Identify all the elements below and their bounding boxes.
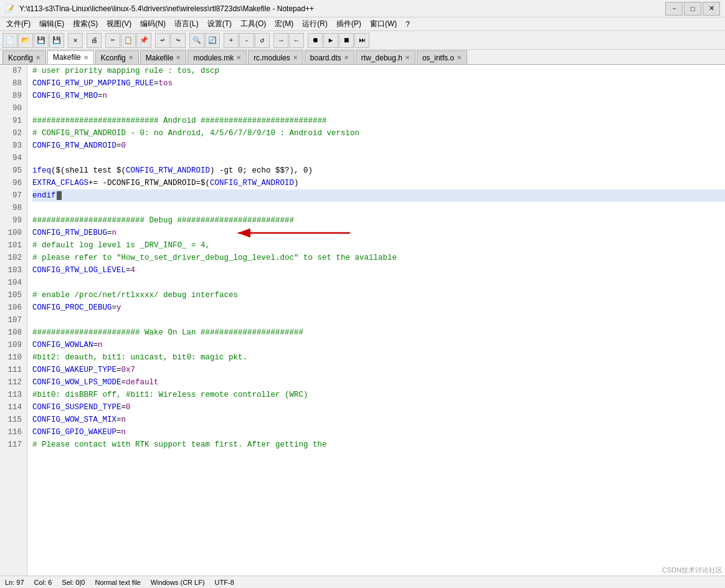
close-button[interactable]: ✕ [703, 2, 720, 16]
tab-close-rc-modules[interactable]: ✕ [293, 54, 298, 61]
tab-close-os-intfs[interactable]: ✕ [457, 54, 462, 61]
menu-window[interactable]: 窗口(W) [366, 17, 400, 31]
code-line-104 [32, 277, 725, 289]
tab-close-makefile2[interactable]: ✕ [176, 54, 181, 61]
menu-file[interactable]: 文件(F) [2, 17, 34, 31]
tb-find[interactable]: 🔍 [189, 33, 204, 48]
code-line-103: CONFIG_RTW_LOG_LEVEL = 4 [32, 264, 725, 277]
tb-replace[interactable]: 🔄 [205, 33, 220, 48]
tb-print[interactable]: 🖨 [87, 33, 102, 48]
code-content[interactable]: # user priority mapping rule : tos, dscp… [27, 65, 725, 576]
tab-makefile1[interactable]: Makefile ✕ [47, 50, 94, 64]
window-title: Y:\t113-s3\Tina-Linux\lichee\linux-5.4\d… [19, 4, 314, 13]
tb-cut[interactable]: ✂ [105, 33, 120, 48]
app-icon: 📝 [5, 4, 14, 13]
tab-close-modules-mk[interactable]: ✕ [236, 54, 241, 61]
editor-container[interactable]: 87 88 89 90 91 92 93 94 95 96 97 98 99 1… [0, 65, 725, 576]
tab-modules-mk[interactable]: modules.mk ✕ [187, 50, 247, 64]
tb-save[interactable]: 💾 [34, 33, 49, 48]
tb-outdent[interactable]: ← [289, 33, 304, 48]
tb-record[interactable]: ⏺ [308, 33, 323, 48]
status-bar: Ln: 97 Col: 6 Sel: 0|0 Normal text file … [0, 576, 725, 588]
code-line-99: ######################## Debug #########… [32, 214, 725, 227]
maximize-button[interactable]: □ [684, 2, 701, 16]
tb-zoom-in[interactable]: + [224, 33, 239, 48]
tb-play[interactable]: ▶ [323, 33, 338, 48]
tab-kconfig1[interactable]: Kconfig ✕ [2, 50, 46, 64]
code-line-95: ifeq ($(shell test $(CONFIG_RTW_ANDROID)… [32, 164, 725, 177]
code-line-92: # CONFIG_RTW_ANDROID - 0: no Android, 4/… [32, 127, 725, 140]
tab-label: Kconfig [101, 54, 126, 62]
code-line-115: CONFIG_WOW_STA_MIX = n [32, 414, 725, 426]
menu-help[interactable]: ? [402, 19, 414, 30]
code-line-102: # please refer to "How_to_set_driver_deb… [32, 252, 725, 264]
menu-settings[interactable]: 设置(T) [204, 17, 235, 31]
status-crlf: Windows (CR LF) [151, 579, 205, 586]
status-type: Normal text file [95, 579, 140, 586]
tab-close-kconfig2[interactable]: ✕ [128, 54, 133, 61]
watermark: CSDN技术讨论社区 [660, 565, 725, 576]
code-line-91: ########################### Android ####… [32, 115, 725, 127]
tab-board-dts[interactable]: board.dts ✕ [305, 50, 354, 64]
menu-plugins[interactable]: 插件(P) [333, 17, 365, 31]
code-line-89: CONFIG_RTW_MBO = n [32, 90, 725, 102]
code-line-88: CONFIG_RTW_UP_MAPPING_RULE = tos [32, 77, 725, 90]
code-line-98 [32, 202, 725, 214]
code-line-112: CONFIG_WOW_LPS_MODE = default [32, 376, 725, 389]
code-line-97: endif [32, 189, 725, 202]
toolbar: 📄 📂 💾 💾 ✕ 🖨 ✂ 📋 📌 ↩ ↪ 🔍 🔄 + - ↺ → ← ⏺ ▶ … [0, 31, 725, 50]
status-encoding: UTF-8 [215, 579, 234, 586]
tab-close-makefile1[interactable]: ✕ [83, 54, 88, 61]
code-line-111: CONFIG_WAKEUP_TYPE = 0x7 [32, 364, 725, 376]
menu-language[interactable]: 语言(L) [171, 17, 202, 31]
menu-macro[interactable]: 宏(M) [271, 17, 297, 31]
code-line-108: ####################### Wake On Lan ####… [32, 326, 725, 339]
tb-zoom-reset[interactable]: ↺ [255, 33, 270, 48]
code-line-93: CONFIG_RTW_ANDROID = 0 [32, 140, 725, 152]
menu-search[interactable]: 搜索(S) [69, 17, 102, 31]
tab-close-board-dts[interactable]: ✕ [344, 54, 349, 61]
tb-close[interactable]: ✕ [68, 33, 83, 48]
tab-close-rtw-debug[interactable]: ✕ [405, 54, 410, 61]
code-line-101: # default log level is _DRV_INFO_ = 4, [32, 239, 725, 252]
tb-indent[interactable]: → [273, 33, 288, 48]
tb-new[interactable]: 📄 [2, 33, 17, 48]
code-line-106: CONFIG_PROC_DEBUG = y [32, 301, 725, 314]
tb-redo[interactable]: ↪ [171, 33, 186, 48]
tab-os-intfs[interactable]: os_intfs.o ✕ [417, 50, 467, 64]
tb-run-macro[interactable]: ⏭ [354, 33, 369, 48]
tab-label: Kconfig [8, 54, 33, 62]
code-line-109: CONFIG_WOWLAN = n [32, 339, 725, 351]
menu-bar: 文件(F) 编辑(E) 搜索(S) 视图(V) 编码(N) 语言(L) 设置(T… [0, 17, 725, 31]
tab-label: board.dts [310, 54, 341, 62]
menu-encoding[interactable]: 编码(N) [136, 17, 169, 31]
tab-rtw-debug[interactable]: rtw_debug.h ✕ [356, 50, 415, 64]
tb-undo[interactable]: ↩ [155, 33, 170, 48]
tab-label: Makefile [146, 54, 174, 62]
tab-label: modules.mk [193, 54, 234, 62]
red-arrow [232, 227, 356, 239]
tb-saveall[interactable]: 💾 [49, 33, 64, 48]
line-numbers: 87 88 89 90 91 92 93 94 95 96 97 98 99 1… [0, 65, 27, 576]
menu-view[interactable]: 视图(V) [103, 17, 135, 31]
tb-open[interactable]: 📂 [18, 33, 33, 48]
tb-zoom-out[interactable]: - [239, 33, 254, 48]
tab-rc-modules[interactable]: rc.modules ✕ [248, 50, 303, 64]
code-line-116: CONFIG_GPIO_WAKEUP = n [32, 426, 725, 439]
tb-stop[interactable]: ⏹ [339, 33, 354, 48]
tb-copy[interactable]: 📋 [121, 33, 136, 48]
title-bar: 📝 Y:\t113-s3\Tina-Linux\lichee\linux-5.4… [0, 0, 725, 17]
code-line-90 [32, 102, 725, 115]
tab-close-kconfig1[interactable]: ✕ [36, 54, 40, 61]
code-line-94 [32, 152, 725, 164]
tb-paste[interactable]: 📌 [136, 33, 151, 48]
status-sel: Sel: 0|0 [62, 579, 85, 586]
tab-kconfig2[interactable]: Kconfig ✕ [95, 50, 139, 64]
menu-run[interactable]: 运行(R) [298, 17, 331, 31]
menu-tools[interactable]: 工具(O) [237, 17, 270, 31]
status-ln: Ln: 97 [5, 579, 24, 586]
tab-makefile2[interactable]: Makefile ✕ [140, 50, 187, 64]
tab-label: Makefile [53, 53, 81, 62]
menu-edit[interactable]: 编辑(E) [36, 17, 68, 31]
minimize-button[interactable]: － [665, 2, 683, 16]
